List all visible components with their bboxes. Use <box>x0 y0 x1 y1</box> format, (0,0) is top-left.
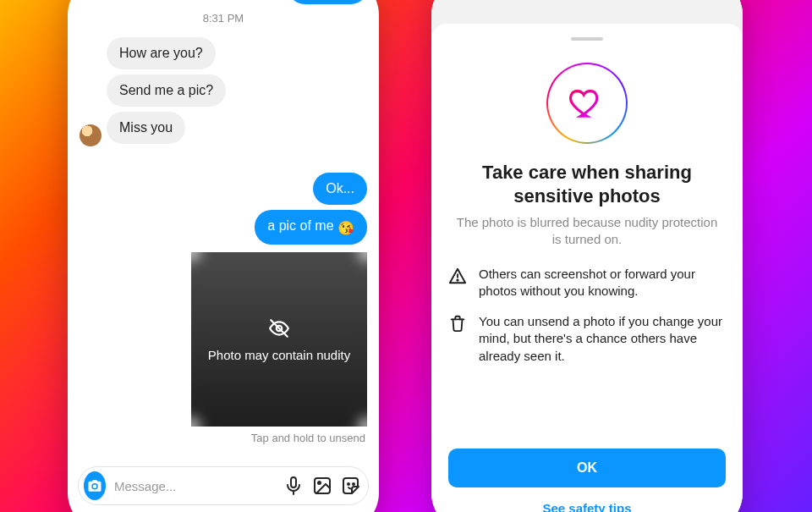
avatar[interactable] <box>80 124 102 146</box>
message-received[interactable]: Send me a pic? <box>107 72 226 109</box>
gallery-button[interactable] <box>312 475 332 497</box>
svg-point-9 <box>457 279 458 280</box>
safety-tips-link[interactable]: See safety tips <box>542 501 631 512</box>
safety-sheet-screen: See you! Take care when sharing se <box>431 0 743 512</box>
camera-icon <box>87 478 102 493</box>
ok-button[interactable]: OK <box>448 449 726 487</box>
svg-rect-2 <box>291 477 296 487</box>
svg-point-6 <box>348 483 349 485</box>
bubble-text: How are you? <box>107 37 216 69</box>
message-sent[interactable]: See you! <box>80 0 367 7</box>
bubble-text-part: a pic of me <box>267 218 337 233</box>
sticker-icon <box>341 476 361 496</box>
message-sent[interactable]: Ok... <box>80 170 367 207</box>
blurred-photo[interactable]: Photo may contain nudity <box>191 252 367 427</box>
trash-icon <box>448 314 467 333</box>
bubble-text: Ok... <box>313 173 367 205</box>
bubble-text: Send me a pic? <box>107 74 226 107</box>
safety-sheet: Take care when sharing sensitive photos … <box>431 24 743 512</box>
bubble-text: a pic of me 😘 <box>255 210 367 245</box>
eye-slash-icon <box>268 317 290 339</box>
sticker-button[interactable] <box>341 475 361 497</box>
message-received[interactable]: How are you? <box>107 35 216 72</box>
sheet-subtitle: The photo is blurred because nudity prot… <box>455 214 719 249</box>
gallery-icon <box>312 476 332 496</box>
info-row: Others can screenshot or forward your ph… <box>448 266 726 300</box>
bubble-text: Miss you <box>107 112 185 144</box>
blurred-label: Photo may contain nudity <box>193 348 365 362</box>
bubble-text: See you! <box>288 0 367 4</box>
chat-screen: See you! 8:31 PM How are you? Send me a … <box>68 0 379 512</box>
message-input[interactable] <box>114 479 275 493</box>
svg-point-5 <box>318 482 321 484</box>
heart-ring-icon <box>546 63 628 144</box>
mic-icon <box>283 476 304 496</box>
message-sent[interactable]: a pic of me 😘 <box>80 207 367 247</box>
camera-button[interactable] <box>84 471 106 500</box>
heart-icon <box>568 84 606 123</box>
info-text: You can unsend a photo if you change you… <box>479 313 726 365</box>
info-row: You can unsend a photo if you change you… <box>448 313 726 365</box>
sheet-grabber[interactable] <box>571 37 603 41</box>
timestamp: 8:31 PM <box>80 12 367 25</box>
message-received[interactable]: Miss you <box>107 109 185 146</box>
chat-scroll[interactable]: See you! 8:31 PM How are you? Send me a … <box>74 0 372 454</box>
kiss-emoji: 😘 <box>337 220 354 237</box>
svg-point-7 <box>353 483 354 485</box>
composer <box>78 466 369 505</box>
mic-button[interactable] <box>283 475 304 497</box>
info-text: Others can screenshot or forward your ph… <box>479 266 726 300</box>
warning-icon <box>448 267 467 285</box>
sheet-title: Take care when sharing sensitive photos <box>455 161 719 207</box>
unsend-hint: Tap and hold to unsend <box>251 432 365 444</box>
